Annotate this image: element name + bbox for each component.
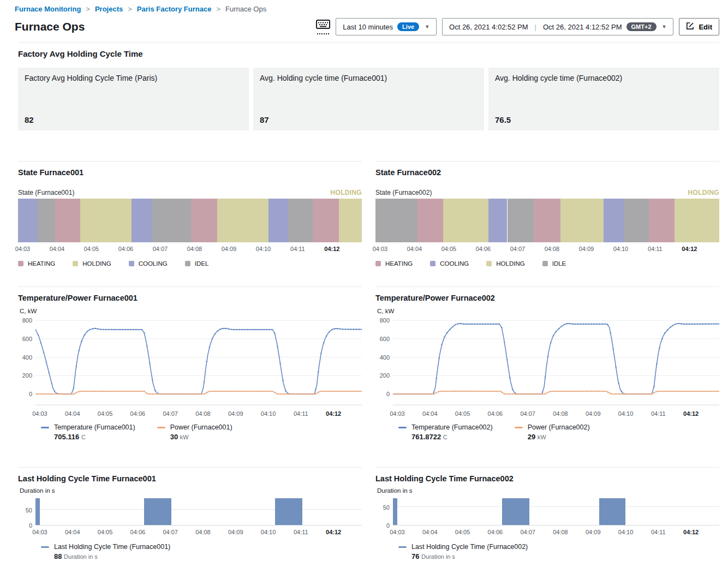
time-range-selector[interactable]: Last 10 minutes Live ▼: [336, 18, 437, 35]
state-legend-label: HOLDING: [496, 260, 524, 267]
current-state-label: HOLDING: [331, 189, 362, 196]
legend-label: Last Holding Cycle Time (Furnace002): [411, 543, 528, 551]
panel-title: Last Holding Cycle Time Furnace001: [18, 474, 362, 483]
edit-button[interactable]: Edit: [679, 18, 719, 35]
state-legend-label: IDLE: [552, 260, 566, 267]
axis-tick-label: 04:11: [651, 410, 666, 417]
panel-title: Temperature/Power Furnace001: [18, 294, 362, 302]
y-axis-tick-label: 400: [18, 354, 32, 361]
state-swatch: [486, 261, 492, 266]
state-band-holding: [560, 199, 604, 242]
legend-item-duration: Last Holding Cycle Time (Furnace002) 76 …: [398, 543, 528, 560]
keyboard-dots-underline: [317, 33, 329, 34]
line-plot-area: [393, 319, 719, 407]
state-swatch: [430, 261, 435, 266]
state-band-heating: [55, 199, 80, 242]
duration-bar: [393, 498, 397, 526]
state-swatch: [375, 261, 381, 266]
state-legend-item-idle: IDLE: [542, 260, 566, 267]
state-legend-item-holding: HOLDING: [486, 260, 524, 267]
kpi-label: Factory Avg Holding Cycle Time (Paris): [25, 74, 242, 82]
kpi-section-heading: Factory Avg Holding Cycle Time: [18, 49, 719, 58]
bar-chart: 050: [375, 497, 719, 526]
state-swatch: [542, 261, 548, 266]
state-timeline: [18, 199, 362, 242]
axis-tick-label: 04:12: [324, 246, 339, 252]
y-axis-tick-label: 50: [18, 507, 32, 514]
y-axis-tick-label: 0: [375, 522, 390, 529]
y-axis-title: C, kW: [20, 308, 362, 314]
axis-tick-label: 04:10: [618, 410, 634, 417]
axis-tick-label: 04:04: [65, 410, 80, 417]
panel-title: Temperature/Power Furnace002: [375, 294, 719, 302]
state-legend-label: HEATING: [28, 260, 55, 267]
duration-series-swatch: [398, 546, 407, 548]
state-band-holding: [675, 199, 719, 242]
legend-latest-value: 29 kW: [528, 433, 590, 441]
state-legend-item-cooling: COOLING: [129, 260, 168, 267]
y-axis-title: C, kW: [377, 308, 719, 314]
chevron-down-icon: ▼: [425, 24, 429, 29]
axis-tick-label: 04:05: [441, 246, 457, 252]
axis-tick-label: 04:09: [579, 246, 594, 252]
panel-title: Last Holding Cycle Time Furnace002: [375, 474, 719, 483]
state-swatch: [185, 261, 190, 266]
panel-title: State Furnace001: [18, 168, 362, 177]
legend-item-temperature: Temperature (Furnace001) 705.116 C: [41, 423, 135, 441]
x-axis: 04:0304:0404:0504:0604:0704:0804:0904:10…: [393, 529, 719, 539]
kpi-value: 76.5: [495, 115, 713, 124]
axis-tick-label: 04:10: [613, 246, 629, 252]
axis-tick-label: 04:04: [407, 246, 422, 252]
state-band-holding: [217, 199, 268, 242]
axis-tick-label: 04:10: [618, 529, 634, 535]
end-datetime[interactable]: Oct 26, 2021 4:12:52 PM: [543, 23, 622, 31]
breadcrumb-link-paris-factory-furnace[interactable]: Paris Factory Furnace: [137, 5, 212, 13]
start-datetime[interactable]: Oct 26, 2021 4:02:52 PM: [449, 23, 528, 31]
axis-tick-label: 04:03: [32, 529, 47, 535]
state-band-holding: [443, 199, 488, 242]
axis-tick-label: 04:04: [422, 529, 438, 535]
axis-tick-label: 04:03: [15, 246, 31, 252]
axis-tick-label: 04:07: [520, 529, 535, 535]
breadcrumb-separator: >: [128, 5, 132, 13]
x-axis: 04:0304:0404:0504:0604:0704:0804:0904:10…: [35, 410, 362, 420]
duration-bar: [502, 498, 529, 526]
axis-tick-label: 04:03: [373, 246, 388, 252]
state-legend: HEATINGHOLDINGCOOLINGIDEL: [18, 260, 362, 267]
breadcrumb-link-projects[interactable]: Projects: [95, 5, 123, 13]
state-legend-label: IDEL: [195, 260, 209, 267]
state-legend-item-idel: IDEL: [185, 260, 209, 267]
live-badge: Live: [397, 22, 419, 31]
state-band-idel: [288, 199, 313, 242]
axis-tick-label: 04:12: [682, 246, 697, 252]
y-axis-tick-label: 400: [375, 354, 390, 361]
keyboard-shortcuts-button[interactable]: [316, 20, 330, 34]
axis-tick-label: 04:06: [118, 246, 134, 252]
breadcrumb-link-furnace-monitoring[interactable]: Furnace Monitoring: [15, 5, 81, 13]
power-series-swatch: [157, 427, 165, 428]
bar-plot-area: [35, 497, 362, 526]
state-band-cooling: [132, 199, 152, 242]
series-label: State (Furnace002): [375, 189, 432, 196]
duration-bar: [144, 498, 171, 526]
axis-tick-label: 04:05: [455, 410, 470, 417]
axis-tick-label: 04:07: [510, 246, 526, 252]
last-holding-furnace001-panel: Last Holding Cycle Time Furnace001 Durat…: [18, 467, 362, 563]
line-chart: 0200400600800: [18, 319, 362, 407]
state-band-heating: [649, 199, 675, 242]
axis-tick-label: 04:09: [586, 529, 601, 535]
axis-tick-label: 04:07: [163, 410, 178, 417]
last-holding-furnace002-panel: Last Holding Cycle Time Furnace002 Durat…: [375, 467, 719, 563]
axis-tick-label: 04:09: [228, 410, 243, 417]
legend-item-temperature: Temperature (Furnace002) 761.8722 C: [398, 423, 493, 441]
x-axis: 04:0304:0404:0504:0604:0704:0804:0904:10…: [393, 410, 719, 420]
bar-chart: 050: [18, 497, 362, 526]
temp-power-furnace001-panel: Temperature/Power Furnace001 C, kW 02004…: [18, 287, 362, 467]
y-axis-tick-label: 50: [375, 504, 390, 511]
state-band-cooling: [604, 199, 624, 242]
page-title: Furnace Ops: [15, 20, 85, 33]
legend-label: Temperature (Furnace001): [54, 423, 135, 431]
date-range-selector[interactable]: Oct 26, 2021 4:02:52 PM | Oct 26, 2021 4…: [442, 18, 673, 35]
state-legend-label: COOLING: [440, 260, 469, 267]
kpi-section: Factory Avg Holding Cycle Time Factory A…: [18, 42, 719, 130]
